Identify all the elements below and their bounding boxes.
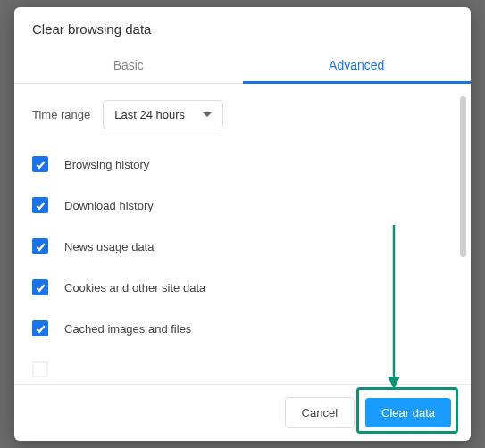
option-partial: [32, 361, 453, 377]
chevron-down-icon: [203, 112, 212, 117]
dialog-title: Clear browsing data: [14, 7, 471, 49]
checkbox-cached-images[interactable]: [32, 320, 48, 336]
dialog-content: Time range Last 24 hours Browsing histor…: [14, 84, 471, 384]
option-label: Browsing history: [64, 158, 149, 171]
option-cookies: Cookies and other site data: [32, 279, 453, 295]
option-cached-images: Cached images and files: [32, 320, 453, 336]
option-label: Cookies and other site data: [64, 281, 205, 295]
checkbox-partial[interactable]: [32, 361, 48, 377]
checkbox-download-history[interactable]: [32, 197, 48, 213]
clear-data-button[interactable]: Clear data: [365, 398, 451, 427]
option-browsing-history: Browsing history: [32, 156, 453, 172]
time-range-label: Time range: [32, 108, 90, 121]
tab-advanced[interactable]: Advanced: [243, 49, 472, 83]
tabs: Basic Advanced: [14, 49, 471, 84]
time-range-value: Last 24 hours: [114, 108, 185, 121]
option-label: Download history: [64, 199, 154, 212]
cancel-button[interactable]: Cancel: [285, 397, 355, 428]
time-range-select[interactable]: Last 24 hours: [103, 100, 223, 129]
option-label: News usage data: [64, 240, 154, 253]
option-label: Cached images and files: [64, 322, 191, 336]
tab-basic[interactable]: Basic: [14, 49, 243, 83]
scrollbar-thumb[interactable]: [460, 96, 466, 257]
time-range-row: Time range Last 24 hours: [32, 100, 453, 129]
clear-browsing-data-dialog: Clear browsing data Basic Advanced Time …: [14, 7, 471, 441]
checkbox-browsing-history[interactable]: [32, 156, 48, 172]
option-download-history: Download history: [32, 197, 453, 213]
dialog-footer: Cancel Clear data: [14, 384, 471, 441]
option-news-usage: News usage data: [32, 238, 453, 254]
scroll-area: Time range Last 24 hours Browsing histor…: [14, 84, 471, 377]
checkbox-cookies[interactable]: [32, 279, 48, 295]
checkbox-news-usage[interactable]: [32, 238, 48, 254]
